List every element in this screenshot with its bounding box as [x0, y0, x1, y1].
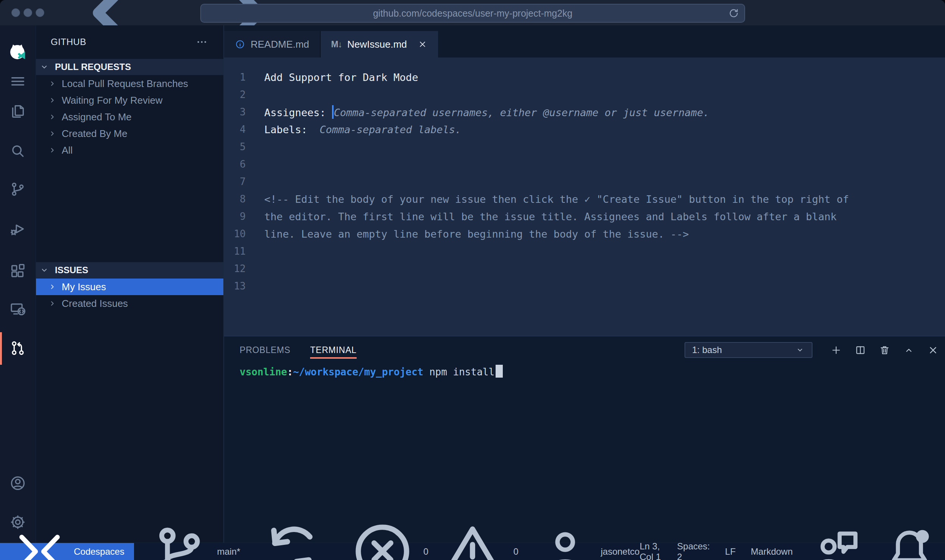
- codespaces-remote-icon: [10, 522, 69, 560]
- sidebar-item-label: My Issues: [62, 281, 106, 293]
- line-number: 12: [224, 263, 246, 274]
- sidebar-item-label: All: [62, 145, 73, 156]
- feedback-icon[interactable]: [808, 523, 865, 560]
- cursor-position[interactable]: Ln 3, Col 1: [639, 541, 662, 560]
- split-terminal-button[interactable]: [855, 344, 866, 356]
- files-icon: [9, 103, 27, 120]
- sidebar-item-all[interactable]: All: [36, 142, 223, 159]
- tab-newissue[interactable]: M↓ NewIssue.md: [321, 31, 438, 58]
- sidebar-item-created-issues[interactable]: Created Issues: [36, 295, 223, 312]
- activity-item-github-codespaces-logo[interactable]: [0, 37, 36, 68]
- section-label: PULL REQUESTS: [55, 62, 131, 72]
- error-icon: [345, 514, 419, 560]
- sidebar-item-waiting-for-my-review[interactable]: Waiting For My Review: [36, 92, 223, 109]
- window-zoom-button[interactable]: [36, 8, 44, 17]
- line-content: the editor. The first line will be the i…: [264, 211, 837, 222]
- activity-item-source-control[interactable]: [0, 174, 36, 204]
- close-panel-button[interactable]: [927, 344, 939, 356]
- vscode-workbench: GITHUB PULL REQUESTSLocal Pull Request B…: [0, 25, 945, 543]
- kill-terminal-button[interactable]: [879, 344, 890, 356]
- chevron-right-icon: [47, 282, 57, 292]
- sidebar-item-local-pull-request-branches[interactable]: Local Pull Request Branches: [36, 75, 223, 92]
- text-segment: the editor. The first line will be the i…: [264, 211, 837, 222]
- activity-item-extensions[interactable]: [0, 256, 36, 286]
- line-number: 10: [224, 228, 246, 240]
- bell-icon[interactable]: [881, 523, 938, 560]
- warning-count[interactable]: 0: [435, 514, 519, 560]
- tab-problems[interactable]: PROBLEMS: [240, 336, 290, 364]
- tab-readme[interactable]: README.md: [224, 31, 321, 58]
- error-count[interactable]: 0: [345, 514, 429, 560]
- terminal-output[interactable]: vsonline:~/workspace/my_project npm inst…: [224, 364, 945, 380]
- editor-line: 1Add Support for Dark Mode: [224, 68, 945, 86]
- sidebar-item-created-by-me[interactable]: Created By Me: [36, 125, 223, 142]
- section-header-issues[interactable]: ISSUES: [36, 262, 223, 278]
- editor-line: 13: [224, 277, 945, 295]
- editor-area: README.md M↓ NewIssue.md 1Add Support fo…: [224, 25, 945, 543]
- status-bar: Codespaces main* 0 0 jasonetco Ln 3, Col…: [0, 543, 945, 560]
- github-sidebar: GITHUB PULL REQUESTSLocal Pull Request B…: [36, 25, 224, 543]
- line-number: 2: [224, 89, 246, 100]
- editor-line: 2: [224, 86, 945, 103]
- line-number: 13: [224, 280, 246, 292]
- indentation-setting[interactable]: Spaces: 2: [677, 541, 710, 560]
- browser-address-bar[interactable]: github.com/codespaces/user-my-project-mg…: [200, 4, 745, 23]
- window-minimize-button[interactable]: [23, 8, 32, 17]
- window-close-button[interactable]: [11, 8, 20, 17]
- branch-status[interactable]: main*: [145, 517, 240, 560]
- line-number: 8: [224, 193, 246, 205]
- activity-item-account[interactable]: [0, 468, 36, 498]
- chevron-right-icon: [47, 79, 57, 89]
- activity-item-github-pull-requests[interactable]: [0, 333, 36, 363]
- sync-status[interactable]: [253, 513, 331, 560]
- account-icon: [9, 474, 27, 492]
- line-content: Labels: Comma-separated labels.: [264, 124, 461, 135]
- sidebar-item-assigned-to-me[interactable]: Assigned To Me: [36, 109, 223, 125]
- window-controls: [0, 8, 44, 17]
- section-header-pull-requests[interactable]: PULL REQUESTS: [36, 59, 223, 75]
- browser-url-text: github.com/codespaces/user-my-project-mg…: [373, 8, 572, 19]
- new-terminal-button[interactable]: [830, 344, 842, 356]
- sidebar-item-label: Created By Me: [62, 128, 127, 140]
- close-tab-icon[interactable]: [418, 39, 427, 49]
- eol-setting[interactable]: LF: [725, 546, 736, 557]
- sidebar-item-label: Waiting For My Review: [62, 95, 162, 106]
- line-number: 5: [224, 141, 246, 152]
- text-segment: <!-- Edit the body of your new issue the…: [264, 193, 849, 205]
- chevron-right-icon: [47, 145, 57, 155]
- error-count-label: 0: [423, 546, 428, 557]
- terminal-shell-select[interactable]: 1: bash: [685, 342, 812, 358]
- reload-icon[interactable]: [728, 7, 740, 19]
- tab-terminal[interactable]: TERMINAL: [310, 336, 357, 364]
- activity-item-search[interactable]: [0, 136, 36, 166]
- chevron-right-icon: [47, 112, 57, 122]
- sidebar-spacer: [36, 159, 223, 262]
- line-number: 3: [224, 106, 246, 118]
- editor-line: 4Labels: Comma-separated labels.: [224, 121, 945, 138]
- text-segment: line. Leave an empty line before beginni…: [264, 228, 689, 240]
- tab-label: NewIssue.md: [347, 39, 407, 50]
- editor-cursor: [332, 105, 334, 119]
- person-icon: [533, 520, 597, 560]
- remote-indicator[interactable]: Codespaces: [0, 543, 134, 560]
- editor-line: 6: [224, 156, 945, 173]
- codespaces-browser-window: github.com/codespaces/user-my-project-mg…: [0, 0, 945, 560]
- activity-item-explorer[interactable]: [0, 96, 36, 126]
- tab-label: README.md: [251, 39, 309, 50]
- markdown-editor[interactable]: 1Add Support for Dark Mode23Assignees: C…: [224, 58, 945, 336]
- editor-line: 9the editor. The first line will be the …: [224, 208, 945, 225]
- editor-tabbar: README.md M↓ NewIssue.md: [224, 25, 945, 58]
- more-actions-icon[interactable]: [195, 36, 208, 48]
- markdown-icon: M↓: [331, 39, 342, 50]
- git-branch-icon: [145, 517, 213, 560]
- maximize-panel-button[interactable]: [903, 344, 915, 356]
- language-mode[interactable]: Markdown: [751, 546, 793, 557]
- sidebar-item-label: Created Issues: [62, 298, 128, 310]
- signed-in-user[interactable]: jasonetco: [533, 520, 639, 560]
- text-segment: Labels:: [264, 124, 320, 135]
- sidebar-item-my-issues[interactable]: My Issues: [36, 278, 223, 295]
- activity-item-remote-explorer[interactable]: [0, 294, 36, 324]
- active-item-indicator: [0, 332, 2, 365]
- activity-item-menu[interactable]: [0, 66, 36, 96]
- activity-item-run-debug[interactable]: [0, 214, 36, 244]
